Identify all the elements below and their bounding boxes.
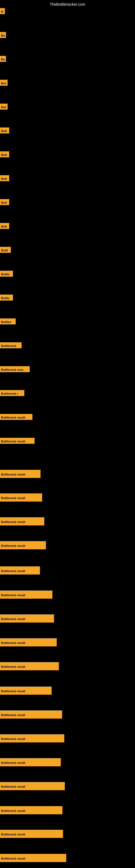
bar-item: Bot (0, 104, 8, 111)
bar-label: B (0, 8, 5, 14)
bar-item: Bottleneck result (0, 517, 44, 527)
bar-label: Bo (0, 32, 6, 38)
bar-label: Bottleneck result (0, 806, 62, 814)
bar-label: Bottleneck result (0, 590, 52, 599)
bar-label: Bottle (0, 271, 13, 277)
bar-label: Bottleneck (0, 342, 21, 348)
bar-item: Bottleneck result (0, 758, 61, 767)
bar-item: Bottle (0, 294, 13, 302)
bar-label: Bottleneck result (0, 830, 63, 838)
bar-item: Bottleneck result (0, 710, 62, 720)
bar-label: Bottleneck result (0, 517, 44, 525)
bar-item: Bott (0, 223, 9, 230)
bar-item: Bottleneck result (0, 470, 41, 479)
bar-label: Bot (0, 80, 8, 86)
bar-label: Bottlen (0, 318, 16, 324)
bar-label: Bott (0, 175, 9, 181)
bar-item: Bottl (0, 247, 11, 254)
bar-label: Bottleneck result (0, 638, 57, 646)
bar-item: Bottleneck result (0, 438, 35, 445)
bar-item: Bott (0, 151, 9, 158)
bar-label: Bottleneck result (0, 470, 41, 478)
bar-label: Bo (0, 56, 6, 62)
site-title: TheBottlenecker.com (50, 2, 85, 6)
bar-item: Bott (0, 127, 9, 134)
bar-label: Bott (0, 199, 9, 205)
bar-label: Bottleneck result (0, 710, 62, 718)
bar-label: Bott (0, 127, 9, 133)
bar-item: Bottleneck result (0, 566, 40, 576)
bar-label: Bottleneck result (0, 782, 65, 790)
bar-item: Bo (0, 32, 6, 39)
bar-label: Bottleneck result (0, 686, 52, 695)
bar-label: Bottleneck result (0, 438, 35, 444)
bar-item: Bottleneck result (0, 734, 64, 744)
bar-item: Bo (0, 56, 6, 63)
bar-item: Bottleneck (0, 342, 21, 349)
bar-label: Bottleneck result (0, 662, 59, 670)
bar-item: Bottleneck r (0, 390, 24, 397)
bar-item: Bottleneck result (0, 638, 57, 648)
bar-label: Bot (0, 104, 8, 110)
bar-item: Bottleneck result (0, 806, 62, 815)
bar-item: Bottleneck resu (0, 366, 30, 373)
bar-label: Bottleneck result (0, 614, 54, 622)
bar-item: Bott (0, 199, 9, 206)
bar-item: Bottlen (0, 318, 16, 326)
bar-item: Bottleneck result (0, 614, 54, 624)
bar-label: Bott (0, 151, 9, 157)
bar-item: Bottleneck result (0, 782, 65, 791)
bar-label: Bottleneck result (0, 758, 61, 766)
bar-item: Bottleneck result (0, 414, 32, 421)
bar-label: Bottleneck result (0, 493, 42, 501)
bar-label: Bottleneck result (0, 854, 66, 862)
bar-item: Bott (0, 175, 9, 182)
bar-label: Bottleneck result (0, 414, 32, 420)
bar-label: Bottleneck result (0, 541, 46, 549)
bar-item: B (0, 8, 5, 15)
bar-item: Bottleneck result (0, 854, 66, 863)
bar-label: Bottleneck resu (0, 366, 30, 372)
bar-item: Bot (0, 80, 8, 87)
bar-item: Bottleneck result (0, 686, 52, 696)
bar-item: Bottleneck result (0, 541, 46, 550)
bar-label: Bottleneck r (0, 390, 24, 396)
bar-item: Bottleneck result (0, 590, 52, 600)
bar-label: Bottleneck result (0, 734, 64, 742)
bar-label: Bott (0, 223, 9, 229)
bar-label: Bottl (0, 247, 11, 253)
bar-item: Bottleneck result (0, 493, 42, 503)
bar-label: Bottleneck result (0, 566, 40, 575)
bar-item: Bottleneck result (0, 830, 63, 839)
bar-item: Bottleneck result (0, 662, 59, 671)
bar-item: Bottle (0, 271, 13, 278)
bar-label: Bottle (0, 294, 13, 301)
